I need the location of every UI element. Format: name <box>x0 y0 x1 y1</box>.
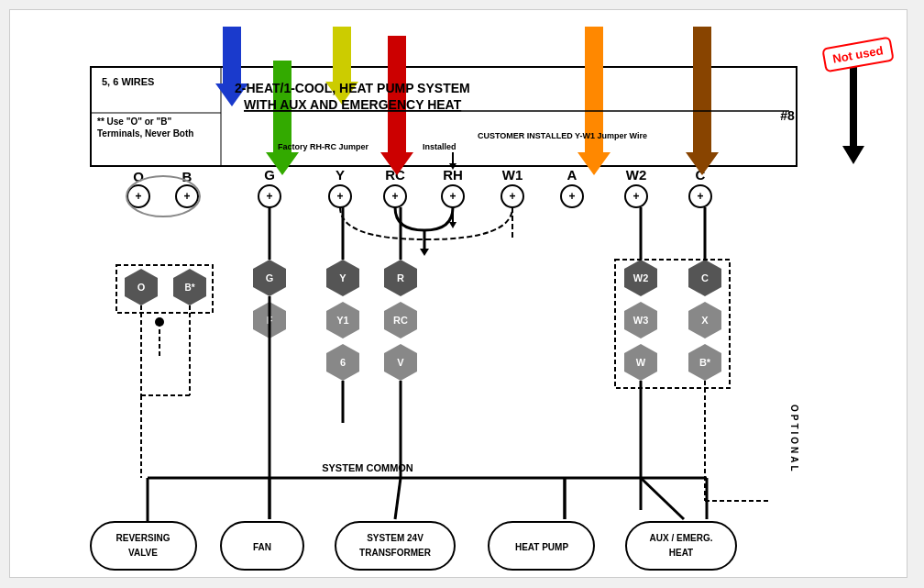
svg-text:F: F <box>267 315 273 326</box>
svg-text:R: R <box>397 272 404 283</box>
svg-text:W1: W1 <box>502 167 523 183</box>
svg-text:TRANSFORMER: TRANSFORMER <box>359 548 432 558</box>
svg-text:Y: Y <box>339 272 346 283</box>
svg-text:O: O <box>138 282 146 293</box>
svg-text:A: A <box>567 167 578 183</box>
svg-text:CUSTOMER INSTALLED Y-W1 Jumper: CUSTOMER INSTALLED Y-W1 Jumper Wire <box>478 131 647 140</box>
svg-text:FAN: FAN <box>253 542 271 552</box>
svg-text:+: + <box>336 190 343 203</box>
svg-text:+: + <box>568 190 575 203</box>
svg-text:W3: W3 <box>633 315 649 326</box>
svg-text:+: + <box>449 190 456 203</box>
svg-text:+: + <box>697 190 703 203</box>
svg-marker-64 <box>326 344 359 381</box>
svg-text:5, 6 WIRES: 5, 6 WIRES <box>102 76 154 87</box>
svg-marker-76 <box>624 344 657 381</box>
svg-marker-46 <box>125 269 158 305</box>
svg-text:+: + <box>632 190 639 203</box>
svg-marker-41 <box>380 36 413 175</box>
svg-marker-82 <box>688 344 721 381</box>
svg-text:Y1: Y1 <box>336 315 348 326</box>
svg-text:C: C <box>696 167 706 183</box>
svg-point-51 <box>155 317 164 327</box>
svg-marker-43 <box>686 27 719 175</box>
svg-rect-0 <box>91 67 797 166</box>
svg-text:Factory RH-RC Jumper: Factory RH-RC Jumper <box>278 142 369 151</box>
svg-text:RH: RH <box>443 167 463 183</box>
main-container: + O + B + G + Y + RC + RH <box>9 9 908 578</box>
svg-rect-115 <box>221 522 303 570</box>
svg-text:6: 6 <box>340 357 346 368</box>
svg-text:+: + <box>391 190 398 203</box>
svg-text:Y: Y <box>336 167 345 183</box>
svg-text:2-HEAT/1-COOL, HEAT PUMP SYSTE: 2-HEAT/1-COOL, HEAT PUMP SYSTEM <box>235 81 470 95</box>
svg-text:B: B <box>182 169 192 184</box>
svg-rect-120 <box>489 522 594 570</box>
svg-point-9 <box>126 176 200 216</box>
svg-marker-80 <box>688 302 721 338</box>
wiring-diagram: + O + B + G + Y + RC + RH <box>10 10 907 577</box>
svg-text:V: V <box>397 357 404 368</box>
svg-line-109 <box>641 478 684 519</box>
svg-rect-86 <box>615 260 730 388</box>
svg-point-28 <box>625 185 647 207</box>
svg-text:VALVE: VALVE <box>128 548 158 558</box>
svg-text:B*: B* <box>699 357 711 368</box>
svg-text:SYSTEM 24V: SYSTEM 24V <box>367 533 424 543</box>
svg-text:C: C <box>701 272 709 283</box>
svg-text:REVERSING: REVERSING <box>116 533 170 543</box>
svg-marker-60 <box>326 260 359 296</box>
svg-text:W2: W2 <box>633 272 649 283</box>
svg-marker-42 <box>578 27 610 175</box>
svg-point-3 <box>127 185 149 207</box>
svg-text:+: + <box>509 190 515 203</box>
svg-text:X: X <box>701 315 709 326</box>
svg-marker-37 <box>449 222 456 228</box>
diagram-area: + O + B + G + Y + RC + RH <box>10 10 907 577</box>
svg-marker-139 <box>449 163 456 170</box>
svg-point-16 <box>384 185 406 207</box>
svg-text:+: + <box>183 190 190 203</box>
svg-rect-122 <box>626 522 736 570</box>
svg-marker-74 <box>624 302 657 338</box>
svg-text:#8: #8 <box>780 108 795 123</box>
svg-marker-56 <box>253 260 286 296</box>
svg-text:** Use "O" or "B": ** Use "O" or "B" <box>97 116 171 127</box>
svg-text:RC: RC <box>385 167 405 183</box>
svg-rect-117 <box>336 522 455 570</box>
svg-marker-68 <box>384 302 417 338</box>
svg-point-25 <box>561 185 583 207</box>
svg-rect-50 <box>116 265 213 313</box>
svg-text:Installed: Installed <box>423 142 456 151</box>
svg-point-19 <box>442 185 464 207</box>
svg-text:RC: RC <box>393 315 408 326</box>
svg-marker-58 <box>253 302 286 338</box>
svg-text:O: O <box>133 169 144 184</box>
svg-text:AUX / EMERG.: AUX / EMERG. <box>650 533 713 543</box>
svg-marker-70 <box>384 344 417 381</box>
svg-marker-39 <box>266 61 299 175</box>
svg-text:B*: B* <box>184 283 194 293</box>
svg-marker-62 <box>326 302 359 338</box>
svg-line-107 <box>395 478 401 519</box>
svg-marker-72 <box>624 260 657 296</box>
svg-text:G: G <box>264 167 275 183</box>
not-used-text: Not used <box>831 43 884 65</box>
svg-text:HEAT PUMP: HEAT PUMP <box>515 542 568 552</box>
svg-marker-66 <box>384 260 417 296</box>
not-used-badge: Not used <box>822 37 895 73</box>
svg-point-31 <box>689 185 711 207</box>
svg-marker-78 <box>688 260 721 296</box>
svg-point-6 <box>176 185 198 207</box>
svg-marker-38 <box>215 27 248 106</box>
svg-text:+: + <box>135 190 141 203</box>
svg-text:G: G <box>266 272 274 283</box>
svg-text:Terminals, Never Both: Terminals, Never Both <box>97 128 193 139</box>
svg-point-22 <box>501 185 523 207</box>
svg-point-13 <box>329 185 351 207</box>
svg-text:W: W <box>636 357 646 368</box>
svg-point-10 <box>258 185 280 207</box>
svg-text:SYSTEM COMMON: SYSTEM COMMON <box>322 462 413 473</box>
svg-text:WITH AUX AND EMERGENCY HEAT: WITH AUX AND EMERGENCY HEAT <box>244 97 462 112</box>
svg-text:HEAT: HEAT <box>669 548 693 558</box>
